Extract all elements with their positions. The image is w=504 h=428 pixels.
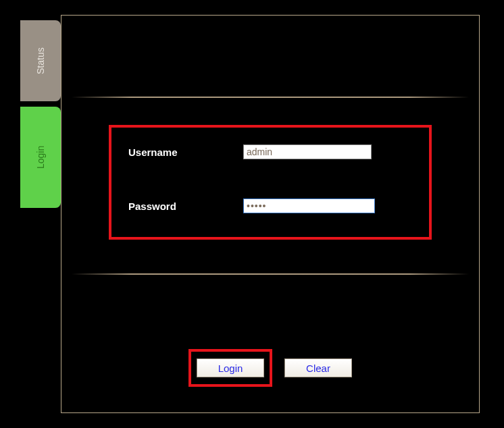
- tab-status[interactable]: Status: [20, 20, 61, 101]
- tab-login[interactable]: Login: [20, 107, 61, 208]
- password-label: Password: [128, 200, 243, 212]
- form-highlight: Username Password: [109, 125, 432, 240]
- login-button-highlight: Login: [188, 349, 272, 387]
- username-label: Username: [128, 146, 243, 158]
- username-row: Username: [128, 144, 412, 159]
- clear-button[interactable]: Clear: [284, 358, 352, 377]
- login-panel: Username Password Login Clear: [61, 15, 480, 413]
- login-button[interactable]: Login: [197, 358, 264, 377]
- button-area: Login Clear: [61, 349, 479, 387]
- divider-bottom: [72, 273, 469, 275]
- password-input[interactable]: [243, 198, 375, 213]
- divider-top: [72, 97, 469, 98]
- password-row: Password: [128, 198, 412, 213]
- username-input[interactable]: [243, 144, 372, 159]
- side-tabs: Status Login: [20, 20, 61, 208]
